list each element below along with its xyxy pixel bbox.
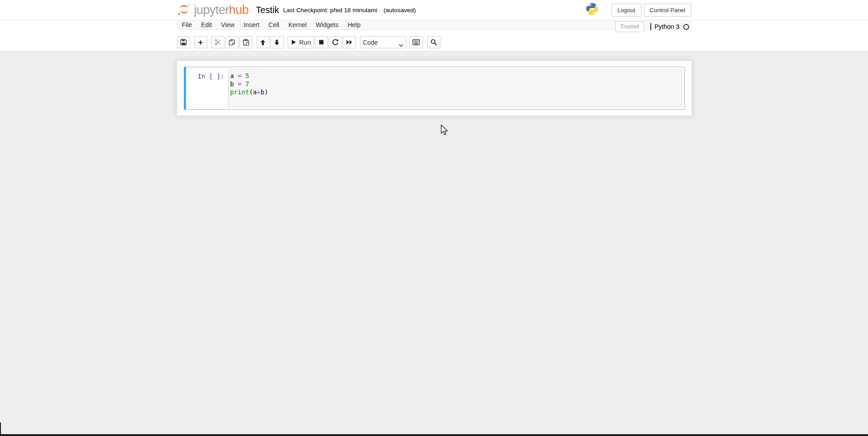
- command-palette-button[interactable]: [409, 36, 423, 48]
- kernel-name: Python 3: [654, 23, 679, 30]
- move-down-icon: [274, 39, 280, 46]
- jupyterhub-logo-icon: [177, 2, 191, 18]
- menubar-row: File Edit View Insert Cell Kernel Widget…: [0, 20, 868, 30]
- move-cell-up-button[interactable]: [257, 36, 270, 48]
- python-logo-icon: [585, 2, 599, 18]
- run-cell-button[interactable]: Run: [288, 36, 314, 48]
- interrupt-kernel-button[interactable]: [315, 36, 328, 48]
- mouse-cursor-icon: [440, 125, 449, 138]
- toolbar: +: [177, 30, 691, 48]
- code-line: b = 7: [230, 80, 680, 88]
- paste-cell-button[interactable]: [239, 36, 252, 48]
- code-cell[interactable]: In [ ]: a = 5b = 7print(a+b): [184, 67, 685, 110]
- toolbar-row: +: [0, 30, 868, 51]
- move-cell-down-button[interactable]: [271, 36, 284, 48]
- move-up-icon: [260, 39, 266, 46]
- notebook-title[interactable]: Testik: [256, 5, 279, 15]
- restart-run-all-icon: [346, 39, 353, 45]
- keyboard-icon: [412, 39, 420, 45]
- menu-edit[interactable]: Edit: [196, 20, 216, 29]
- notebook-container: In [ ]: a = 5b = 7print(a+b): [177, 61, 691, 116]
- autosave-status: (autosaved): [383, 7, 415, 14]
- save-button[interactable]: [177, 36, 190, 48]
- kernel-idle-indicator-icon: [683, 24, 689, 30]
- menubar: File Edit View Insert Cell Kernel Widget…: [177, 20, 691, 30]
- cell-type-select[interactable]: Code: [360, 36, 406, 48]
- copy-cell-button[interactable]: [225, 36, 238, 48]
- control-panel-button[interactable]: Control Panel: [644, 4, 691, 17]
- restart-kernel-button[interactable]: [329, 36, 342, 48]
- trusted-button[interactable]: Trusted: [615, 21, 644, 32]
- menu-help[interactable]: Help: [343, 20, 365, 29]
- run-icon: [291, 39, 297, 45]
- cell-input-prompt: In [ ]:: [187, 70, 228, 80]
- run-button-label: Run: [299, 39, 311, 46]
- selected-cell-indicator: [184, 67, 186, 110]
- menu-widgets[interactable]: Widgets: [311, 20, 343, 29]
- menu-file[interactable]: File: [177, 20, 197, 29]
- search-icon: [430, 39, 437, 46]
- cell-input-area[interactable]: a = 5b = 7print(a+b): [228, 70, 682, 107]
- logout-button[interactable]: Logout: [611, 4, 641, 17]
- kernel-separator: [650, 23, 651, 30]
- menu-cell[interactable]: Cell: [264, 20, 284, 29]
- find-replace-button[interactable]: [427, 36, 440, 48]
- save-icon: [180, 39, 187, 46]
- add-cell-icon: +: [198, 38, 203, 46]
- code-line: print(a+b): [230, 88, 680, 96]
- notebook-area: In [ ]: a = 5b = 7print(a+b): [0, 51, 868, 116]
- cut-icon: [215, 39, 221, 46]
- add-cell-button[interactable]: +: [194, 36, 207, 48]
- window-left-edge: [0, 422, 1, 436]
- code-line: a = 5: [230, 72, 680, 80]
- cell-type-dropdown-wrap: Code: [360, 36, 406, 48]
- cut-cell-button[interactable]: [211, 36, 224, 48]
- paste-icon: [243, 39, 249, 46]
- jupyterhub-logo[interactable]: jupyterhub: [177, 2, 249, 18]
- logo-text-hub: hub: [229, 3, 249, 17]
- logo-text: jupyterhub: [194, 3, 249, 17]
- header-top-row: jupyterhub Testik Last Checkpoint: před …: [0, 0, 868, 20]
- restart-run-all-button[interactable]: [343, 36, 356, 48]
- window-bottom-edge: [0, 434, 868, 436]
- code-area[interactable]: a = 5b = 7print(a+b): [230, 72, 680, 96]
- copy-icon: [229, 39, 235, 46]
- logo-text-jupyter: jupyter: [194, 3, 229, 17]
- header: jupyterhub Testik Last Checkpoint: před …: [0, 0, 868, 51]
- menu-kernel[interactable]: Kernel: [284, 20, 311, 29]
- restart-kernel-icon: [332, 39, 339, 46]
- stop-icon: [318, 39, 324, 45]
- checkpoint-status: Last Checkpoint: před 18 minutami: [283, 7, 378, 14]
- menu-view[interactable]: View: [216, 20, 239, 29]
- menu-insert[interactable]: Insert: [239, 20, 264, 29]
